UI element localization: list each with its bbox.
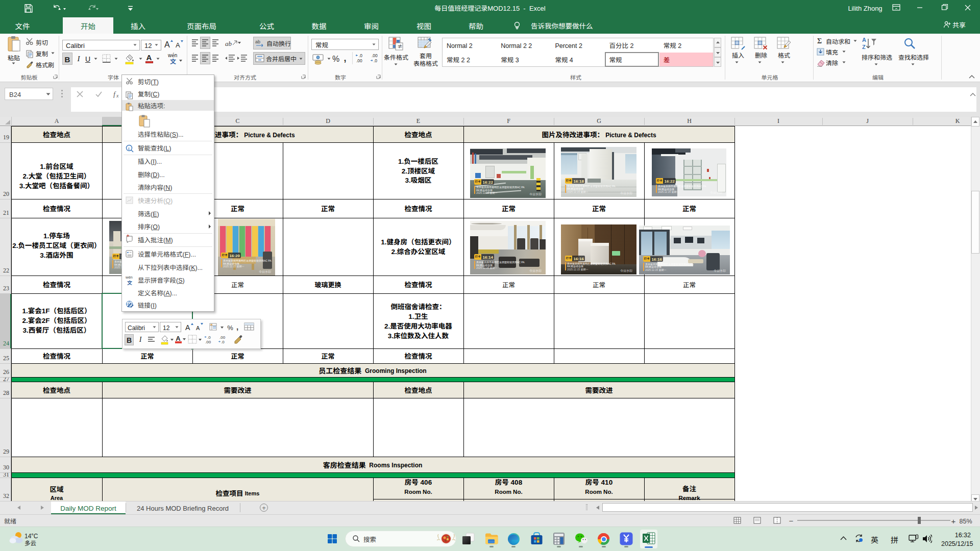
svg-text:.00: .00 <box>205 340 211 344</box>
svg-text:.0: .0 <box>221 340 225 344</box>
svg-text:≠: ≠ <box>397 42 403 50</box>
svg-text:.00: .00 <box>356 58 362 63</box>
svg-text:i: i <box>128 146 130 151</box>
svg-text:ab: ab <box>225 40 232 47</box>
svg-text:.0: .0 <box>207 335 211 340</box>
svg-text:A: A <box>164 40 170 49</box>
svg-text:A: A <box>185 323 190 332</box>
svg-text:A: A <box>862 37 866 43</box>
svg-text:.00: .00 <box>219 335 226 340</box>
svg-text:x: x <box>116 93 119 98</box>
svg-text:.0: .0 <box>359 53 362 58</box>
svg-text:Z: Z <box>862 44 866 50</box>
svg-text:A: A <box>176 41 180 49</box>
svg-text:ab: ab <box>255 39 260 45</box>
svg-text:A: A <box>196 325 200 331</box>
svg-text:Σ: Σ <box>817 37 822 44</box>
